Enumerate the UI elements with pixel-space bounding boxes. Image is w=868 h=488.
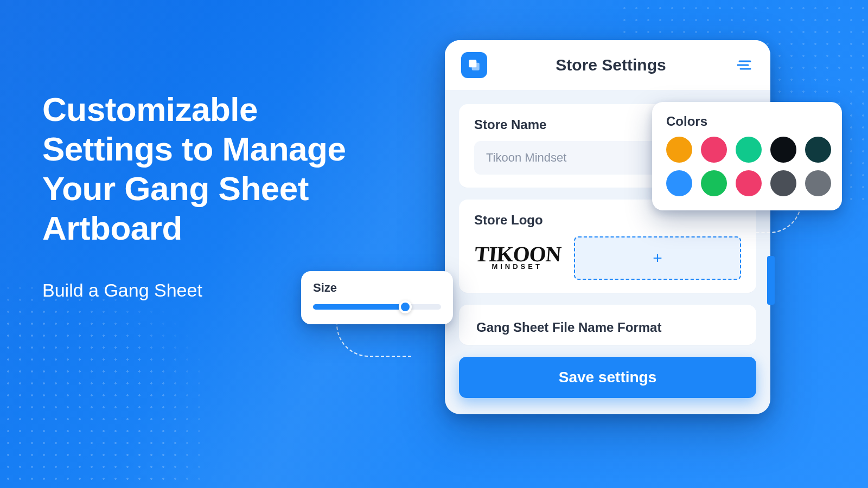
slider-thumb[interactable] (399, 300, 412, 313)
store-logo-label: Store Logo (474, 213, 741, 228)
color-swatch-7[interactable] (701, 170, 727, 196)
color-swatch-6[interactable] (666, 170, 692, 196)
color-swatch-9[interactable] (770, 170, 796, 196)
app-logo-icon (461, 52, 487, 78)
filename-card: Gang Sheet File Name Format (459, 305, 756, 345)
hero-subhead: Build a Gang Sheet (42, 280, 346, 301)
menu-button[interactable] (735, 55, 754, 75)
color-swatch-2[interactable] (701, 137, 727, 163)
store-logo-subtext: MINDSET (474, 264, 560, 269)
color-swatch-10[interactable] (805, 170, 831, 196)
color-swatch-3[interactable] (736, 137, 762, 163)
size-title: Size (313, 281, 441, 295)
color-swatch-1[interactable] (666, 137, 692, 163)
store-logo-row: TIKOON MINDSET + (474, 236, 741, 280)
svg-rect-1 (472, 63, 480, 70)
hero-headline: Customizable Settings to Manage Your Gan… (42, 89, 346, 248)
plus-icon: + (653, 249, 662, 267)
promo-stage: Customizable Settings to Manage Your Gan… (0, 0, 868, 488)
color-swatch-8[interactable] (736, 170, 762, 196)
filename-format-label: Gang Sheet File Name Format (474, 318, 741, 335)
settings-panel: Store Settings Store Name Store Logo (445, 40, 770, 414)
color-swatch-4[interactable] (770, 137, 796, 163)
panel-title: Store Settings (493, 56, 729, 74)
store-logo-preview: TIKOON MINDSET (473, 236, 563, 280)
hero-copy: Customizable Settings to Manage Your Gan… (42, 89, 346, 301)
color-swatch-5[interactable] (805, 137, 831, 163)
size-popover: Size (301, 271, 453, 324)
menu-icon (737, 60, 751, 70)
store-logo-card: Store Logo TIKOON MINDSET + (459, 200, 756, 293)
colors-popover: Colors (652, 102, 842, 210)
size-slider[interactable] (313, 303, 441, 311)
colors-title: Colors (666, 114, 828, 129)
slider-fill (313, 304, 405, 310)
decor-accent-sliver (767, 256, 775, 305)
decor-connector-left (336, 319, 412, 357)
save-settings-button[interactable]: Save settings (459, 357, 756, 398)
panel-header: Store Settings (445, 40, 770, 90)
color-swatch-grid (666, 137, 828, 196)
decor-dots-bottom-left (0, 282, 206, 488)
upload-logo-button[interactable]: + (574, 236, 741, 280)
